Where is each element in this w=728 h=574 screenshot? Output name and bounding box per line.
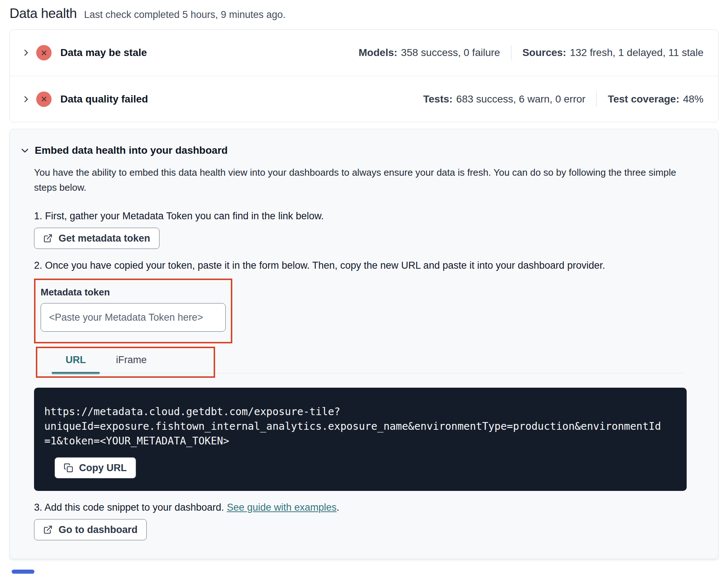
go-to-dashboard-label: Go to dashboard bbox=[59, 524, 138, 536]
get-metadata-token-label: Get metadata token bbox=[59, 233, 150, 244]
copy-url-label: Copy URL bbox=[79, 462, 127, 474]
models-stat-value: 358 success, 0 failure bbox=[401, 47, 500, 58]
tab-bar-divider bbox=[34, 373, 685, 373]
status-row-title: Data may be stale bbox=[60, 47, 147, 59]
external-link-icon bbox=[43, 234, 53, 243]
copy-icon bbox=[64, 463, 73, 473]
step-2-text: 2. Once you have copied your token, past… bbox=[34, 260, 685, 271]
embed-section-header[interactable]: Embed data health into your dashboard bbox=[20, 145, 685, 156]
embed-section-card: Embed data health into your dashboard Yo… bbox=[10, 129, 718, 559]
token-form-annotation-outline: Metadata token bbox=[34, 279, 232, 343]
sources-stat: Sources:132 fresh, 1 delayed, 11 stale bbox=[522, 47, 703, 59]
test-coverage-stat-label: Test coverage: bbox=[608, 93, 679, 105]
data-health-status-card: Data may be stale Models:358 success, 0 … bbox=[10, 29, 718, 122]
metadata-token-label: Metadata token bbox=[41, 287, 226, 298]
chevron-right-icon[interactable] bbox=[22, 95, 30, 104]
chevron-right-icon[interactable] bbox=[22, 48, 30, 57]
tests-stat-label: Tests: bbox=[423, 93, 453, 105]
status-row-stale-data[interactable]: Data may be stale Models:358 success, 0 … bbox=[10, 30, 718, 76]
copy-url-button[interactable]: Copy URL bbox=[55, 457, 136, 478]
page-title: Data health bbox=[10, 6, 77, 21]
page-header: Data health Last check completed 5 hours… bbox=[0, 0, 728, 21]
step-1-text: 1. First, gather your Metadata Token you… bbox=[34, 210, 685, 222]
step-3-prefix: 3. Add this code snippet to your dashboa… bbox=[34, 502, 224, 513]
status-row-stats: Tests:683 success, 6 warn, 0 error Test … bbox=[423, 92, 703, 107]
models-stat: Models:358 success, 0 failure bbox=[359, 47, 500, 59]
stat-divider bbox=[511, 45, 511, 60]
error-status-icon bbox=[36, 45, 52, 60]
external-link-icon bbox=[43, 525, 53, 534]
sources-stat-label: Sources: bbox=[522, 47, 566, 58]
get-metadata-token-button[interactable]: Get metadata token bbox=[34, 228, 160, 249]
tests-stat: Tests:683 success, 6 warn, 0 error bbox=[423, 93, 586, 105]
output-format-tabs-region: URL iFrame bbox=[34, 347, 685, 379]
metadata-token-input[interactable] bbox=[41, 303, 226, 332]
go-to-dashboard-button[interactable]: Go to dashboard bbox=[34, 519, 147, 540]
test-coverage-stat-value: 48% bbox=[683, 93, 703, 105]
tab-url[interactable]: URL bbox=[48, 347, 104, 373]
tab-list: URL iFrame bbox=[34, 347, 685, 373]
stat-divider bbox=[596, 92, 597, 107]
test-coverage-stat: Test coverage:48% bbox=[608, 93, 703, 105]
last-check-status: Last check completed 5 hours, 9 minutes … bbox=[84, 9, 286, 20]
see-guide-link[interactable]: See guide with examples bbox=[227, 502, 337, 513]
status-row-title: Data quality failed bbox=[60, 93, 148, 105]
embed-section-title: Embed data health into your dashboard bbox=[35, 145, 228, 156]
sources-stat-value: 132 fresh, 1 delayed, 11 stale bbox=[570, 47, 703, 58]
embed-url-text: https://metadata.cloud.getdbt.com/exposu… bbox=[44, 405, 664, 448]
embed-url-code-block: https://metadata.cloud.getdbt.com/exposu… bbox=[34, 388, 687, 491]
tab-iframe[interactable]: iFrame bbox=[104, 347, 159, 373]
x-icon bbox=[40, 95, 48, 103]
models-stat-label: Models: bbox=[359, 47, 397, 58]
step-3-text: 3. Add this code snippet to your dashboa… bbox=[34, 502, 685, 513]
tests-stat-value: 683 success, 6 warn, 0 error bbox=[456, 93, 585, 105]
embed-description: You have the ability to embed this data … bbox=[34, 165, 685, 195]
horizontal-scrollbar-thumb[interactable] bbox=[12, 570, 34, 574]
x-icon bbox=[40, 49, 48, 57]
status-row-stats: Models:358 success, 0 failure Sources:13… bbox=[359, 45, 703, 60]
chevron-down-icon[interactable] bbox=[20, 146, 30, 155]
error-status-icon bbox=[36, 92, 52, 107]
status-row-data-quality[interactable]: Data quality failed Tests:683 success, 6… bbox=[10, 76, 718, 122]
step-3-suffix: . bbox=[337, 502, 339, 513]
